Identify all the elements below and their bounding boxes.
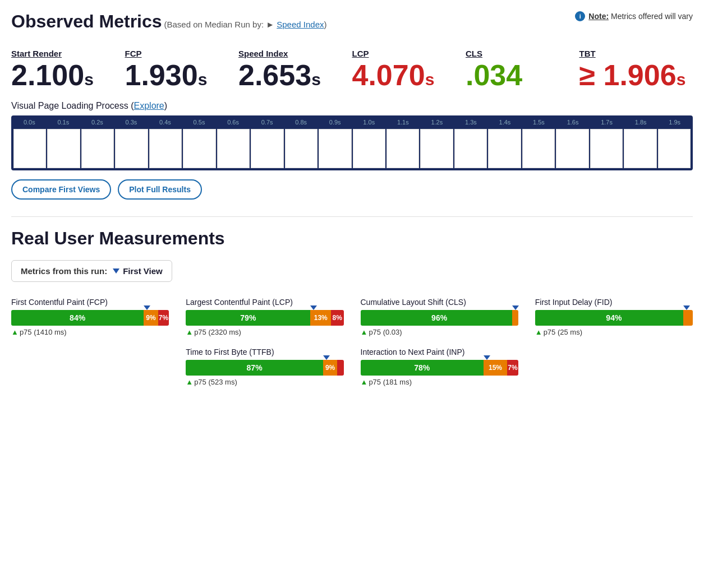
- cwv-grid-spacer-4: [535, 348, 693, 386]
- cwv-bar-fid-cwv: [535, 310, 693, 326]
- cwv-trend-lcp-cwv: ▲: [186, 328, 193, 336]
- filmstrip-frame: [624, 129, 656, 168]
- metric-value-cls: .034: [466, 61, 579, 90]
- cwv-arrow-lcp-cwv: [310, 305, 317, 310]
- filmstrip-container: 0.0s0.1s0.2s0.3s0.4s0.5s0.6s0.7s0.8s0.9s…: [11, 115, 693, 170]
- cwv-bar-container-fid-cwv: 94%: [535, 310, 693, 326]
- filmstrip-label: 1.7s: [590, 117, 624, 128]
- metric-tbt: TBT≥ 1.906s: [579, 49, 693, 90]
- filmstrip-label: 1.0s: [352, 117, 386, 128]
- metric-lcp: LCP4.070s: [352, 49, 466, 90]
- cwv-trend-inp-cwv: ▲: [361, 378, 368, 386]
- cwv-segment-cls-cwv-1: [512, 310, 518, 326]
- cwv-item-cls-cwv: Cumulative Layout Shift (CLS)96%▲p75 (0.…: [361, 298, 518, 336]
- run-selector-value: First View: [123, 266, 163, 276]
- cwv-arrow-cls-cwv: [512, 305, 519, 310]
- buttons-row: Compare First ViewsPlot Full Results: [11, 179, 693, 200]
- cwv-trend-fid-cwv: ▲: [535, 328, 542, 336]
- cwv-arrow-inp-cwv: [484, 355, 490, 360]
- filmstrip-label: 0.7s: [250, 117, 284, 128]
- metric-value-lcp: 4.070s: [352, 61, 466, 90]
- compare-first-views-button[interactable]: Compare First Views: [11, 179, 111, 200]
- cwv-label-inp-cwv: Interaction to Next Paint (INP): [361, 348, 518, 356]
- speed-index-link[interactable]: Speed Index: [277, 20, 324, 29]
- cwv-trend-ttfb-cwv: ▲: [186, 378, 193, 386]
- cwv-p75-cls-cwv: ▲p75 (0.03): [361, 328, 518, 336]
- cwv-bar-container-ttfb-cwv: 87%9%: [186, 360, 343, 376]
- cwv-trend-fcp-cwv: ▲: [11, 328, 19, 336]
- cwv-segment-lcp-cwv-1: [310, 310, 331, 326]
- run-selector[interactable]: Metrics from this run: First View: [11, 260, 172, 282]
- filmstrip-frame: [386, 129, 419, 168]
- filmstrip-frame: [590, 129, 623, 168]
- cwv-label-cls-cwv: Cumulative Layout Shift (CLS): [361, 298, 518, 307]
- filmstrip-label: 0.9s: [318, 117, 352, 128]
- metrics-row: Start Render2.100sFCP1.930sSpeed Index2.…: [11, 49, 693, 90]
- cwv-bar-container-cls-cwv: 96%: [361, 310, 518, 326]
- cwv-bar-ttfb-cwv: [186, 360, 343, 376]
- cwv-segment-lcp-cwv-0: [186, 310, 310, 326]
- plot-full-results-button[interactable]: Plot Full Results: [118, 179, 202, 200]
- cwv-bar-fcp-cwv: [11, 310, 169, 326]
- cwv-bar-container-inp-cwv: 78%15%7%: [361, 360, 518, 376]
- metric-speed-index: Speed Index2.653s: [238, 49, 352, 90]
- filmstrip-frame: [251, 129, 283, 168]
- cwv-grid-spacer-1: [11, 348, 169, 386]
- cwv-bar-cls-cwv: [361, 310, 518, 326]
- metric-label-speed-index: Speed Index: [238, 49, 352, 58]
- filmstrip-label: 1.1s: [386, 117, 420, 128]
- cwv-bar-container-lcp-cwv: 79%13%8%: [186, 310, 343, 326]
- cwv-segment-lcp-cwv-2: [331, 310, 344, 326]
- cwv-trend-cls-cwv: ▲: [361, 328, 368, 336]
- filmstrip-frame: [319, 129, 351, 168]
- explore-link[interactable]: Explore: [134, 101, 164, 110]
- filmstrip-frame: [353, 129, 385, 168]
- filmstrip-frame: [658, 129, 691, 168]
- run-selector-dropdown[interactable]: First View: [113, 266, 163, 276]
- metric-value-start-render: 2.100s: [11, 61, 125, 90]
- cwv-segment-inp-cwv-1: [484, 360, 507, 376]
- metric-start-render: Start Render2.100s: [11, 49, 125, 90]
- triangle-down-icon: [113, 268, 119, 274]
- filmstrip-frame: [217, 129, 250, 168]
- metric-label-start-render: Start Render: [11, 49, 125, 58]
- filmstrip-label: 1.5s: [522, 117, 556, 128]
- cwv-bar-lcp-cwv: [186, 310, 343, 326]
- filmstrip-label: 1.8s: [624, 117, 658, 128]
- metric-label-cls: CLS: [466, 49, 579, 58]
- filmstrip-frame: [556, 129, 588, 168]
- filmstrip-label: 1.4s: [488, 117, 522, 128]
- cwv-p75-fid-cwv: ▲p75 (25 ms): [535, 328, 693, 336]
- cwv-p75-fcp-cwv: ▲p75 (1410 ms): [11, 328, 169, 336]
- filmstrip-frame: [115, 129, 148, 168]
- cwv-segment-ttfb-cwv-2: [337, 360, 343, 376]
- filmstrip-label: 0.3s: [114, 117, 149, 128]
- filmstrip-label: 0.1s: [47, 117, 81, 128]
- metric-label-tbt: TBT: [579, 49, 693, 58]
- filmstrip-frame: [420, 129, 453, 168]
- filmstrip-label: 0.6s: [216, 117, 250, 128]
- run-selector-label: Metrics from this run:: [21, 266, 107, 276]
- filmstrip-frame: [183, 129, 215, 168]
- metric-fcp: FCP1.930s: [125, 49, 239, 90]
- metric-label-lcp: LCP: [352, 49, 466, 58]
- cwv-segment-inp-cwv-0: [361, 360, 484, 376]
- page-subtitle: (Based on Median Run by: ► Speed Index): [164, 20, 326, 29]
- filmstrip-frame: [81, 129, 114, 168]
- rum-title: Real User Measurements: [11, 228, 693, 249]
- cwv-arrow-fid-cwv: [683, 305, 690, 310]
- cwv-arrow-fcp-cwv: [144, 305, 150, 310]
- filmstrip-label: 0.8s: [284, 117, 318, 128]
- filmstrip-label: 0.4s: [148, 117, 182, 128]
- cwv-bar-container-fcp-cwv: 84%9%7%: [11, 310, 169, 326]
- note-box: i Note: Metrics offered will vary: [575, 11, 693, 21]
- filmstrip-frame: [522, 129, 555, 168]
- cwv-segment-fcp-cwv-0: [11, 310, 144, 326]
- filmstrip-label: 0.2s: [80, 117, 114, 128]
- info-icon: i: [575, 11, 585, 21]
- filmstrip-label: 1.3s: [454, 117, 488, 128]
- cwv-segment-inp-cwv-2: [507, 360, 518, 376]
- cwv-item-lcp-cwv: Largest Contentful Paint (LCP)79%13%8%▲p…: [186, 298, 343, 336]
- metric-cls: CLS.034: [466, 49, 579, 90]
- cwv-segment-ttfb-cwv-0: [186, 360, 323, 376]
